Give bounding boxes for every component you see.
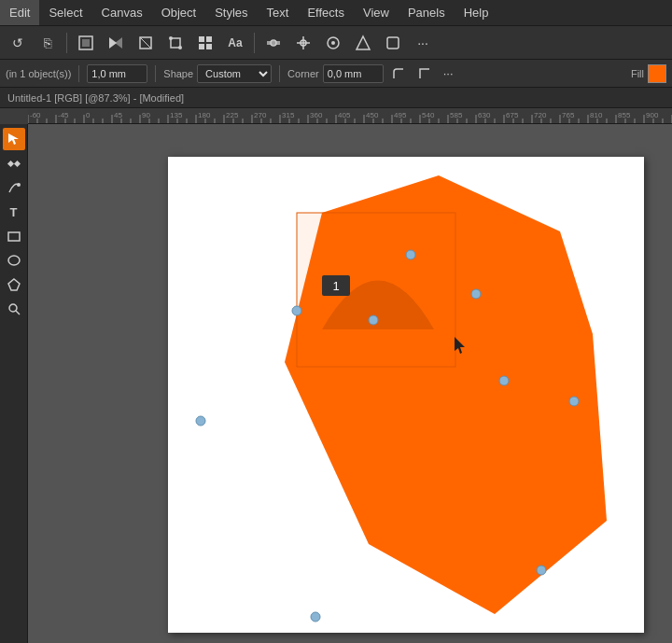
svg-text:0: 0 (86, 111, 91, 119)
svg-line-366 (16, 311, 20, 315)
tooltip-text: 1 (332, 279, 339, 293)
shape-select[interactable]: Custom Rectangle Ellipse Polygon (197, 64, 272, 83)
separator (66, 33, 67, 53)
svg-text:900: 900 (646, 111, 659, 119)
menu-styles[interactable]: Styles (205, 0, 257, 25)
svg-text:765: 765 (562, 111, 575, 119)
menu-view[interactable]: View (354, 0, 399, 25)
menu-bar: Edit Select Canvas Object Styles Text Ef… (0, 0, 672, 26)
svg-text:720: 720 (534, 111, 547, 119)
more-options-button[interactable]: ··· (440, 63, 457, 84)
snap4-button[interactable] (349, 30, 377, 56)
svg-point-19 (331, 41, 335, 45)
svg-text:135: 135 (170, 111, 183, 119)
svg-text:90: 90 (142, 111, 150, 119)
menu-text[interactable]: Text (258, 0, 299, 25)
title-bar: Untitled-1 [RGB] [@87.3%] - [Modified] (0, 88, 672, 108)
snap3-button[interactable] (319, 30, 347, 56)
menu-canvas[interactable]: Canvas (92, 0, 152, 25)
node-9[interactable] (196, 416, 205, 426)
menu-edit[interactable]: Edit (0, 0, 39, 25)
menu-help[interactable]: Help (455, 0, 498, 25)
svg-point-365 (9, 304, 17, 312)
zoom-tool[interactable] (3, 298, 25, 320)
svg-rect-12 (206, 44, 212, 49)
svg-text:675: 675 (506, 111, 519, 119)
menu-select[interactable]: Select (39, 0, 91, 25)
svg-marker-3 (115, 37, 122, 49)
svg-point-361 (17, 183, 21, 187)
node-2[interactable] (406, 250, 415, 259)
node-8[interactable] (311, 612, 320, 622)
rect-tool[interactable] (3, 225, 25, 247)
svg-rect-359 (7, 161, 13, 167)
svg-marker-20 (357, 36, 370, 49)
menu-panels[interactable]: Panels (399, 0, 455, 25)
toolbox: T (0, 124, 28, 643)
snap1-button[interactable] (259, 30, 287, 56)
svg-text:-45: -45 (58, 111, 69, 119)
svg-text:360: 360 (310, 111, 323, 119)
text-format-button[interactable]: Aa (221, 30, 249, 56)
mirror-button[interactable] (102, 30, 130, 56)
menu-effects[interactable]: Effects (298, 0, 354, 25)
horizontal-ruler: // Will be drawn via JS below -60-450459… (28, 109, 672, 124)
snap5-button[interactable] (379, 30, 407, 56)
copy-button[interactable]: ⎘ (34, 30, 62, 56)
node-3[interactable] (369, 315, 378, 325)
grid-button[interactable] (191, 30, 219, 56)
main-shape[interactable]: 1 (168, 157, 644, 633)
ellipse-tool[interactable] (3, 249, 25, 272)
document-title: Untitled-1 [RGB] [@87.3%] - [Modified] (7, 92, 184, 104)
rotate-button[interactable] (132, 30, 160, 56)
svg-text:180: 180 (198, 111, 211, 119)
polygon-tool[interactable] (3, 273, 25, 296)
select-tool[interactable] (3, 128, 25, 150)
svg-rect-6 (171, 38, 180, 48)
sep3 (279, 65, 280, 82)
svg-rect-362 (8, 232, 20, 241)
node-4[interactable] (471, 289, 481, 299)
corner-round-button[interactable] (387, 63, 410, 84)
corner-sharp-button[interactable] (413, 63, 436, 84)
svg-text:855: 855 (618, 111, 631, 119)
svg-rect-360 (13, 161, 20, 167)
scale-button[interactable] (161, 30, 189, 56)
pen-tool[interactable] (3, 176, 25, 199)
svg-text:225: 225 (226, 111, 239, 119)
corner-label: Corner (287, 68, 319, 79)
shape-label: Shape (163, 68, 193, 79)
text-tool[interactable]: T (3, 201, 25, 223)
svg-rect-9 (199, 36, 204, 42)
menu-object[interactable]: Object (152, 0, 206, 25)
svg-text:630: 630 (478, 111, 491, 119)
objects-count-label: (in 1 object(s)) (6, 68, 71, 79)
svg-text:-60: -60 (30, 111, 41, 119)
corner-value-input[interactable] (323, 64, 384, 83)
svg-marker-358 (8, 133, 19, 145)
svg-rect-10 (206, 36, 212, 42)
node-6[interactable] (569, 397, 579, 406)
fill-color-box[interactable] (648, 64, 666, 83)
node-1[interactable] (292, 306, 301, 315)
undo-button[interactable]: ↺ (4, 30, 32, 56)
svg-line-5 (140, 37, 151, 49)
separator2 (254, 33, 255, 53)
canvas-area: 1 (28, 124, 672, 643)
node-7[interactable] (537, 566, 546, 575)
fill-label: Fill (631, 68, 644, 79)
svg-text:810: 810 (590, 111, 603, 119)
toolbar-secondary: (in 1 object(s)) Shape Custom Rectangle … (0, 60, 672, 88)
document-canvas[interactable]: 1 (168, 157, 644, 633)
transform-button[interactable] (72, 30, 100, 56)
svg-rect-13 (267, 41, 280, 45)
node-5[interactable] (499, 376, 509, 385)
node-tool[interactable] (3, 152, 25, 175)
snap2-button[interactable] (289, 30, 317, 56)
svg-point-7 (169, 36, 173, 40)
svg-text:405: 405 (338, 111, 351, 119)
more-button[interactable]: ··· (409, 30, 437, 56)
svg-marker-364 (8, 279, 20, 290)
stroke-width-input[interactable] (87, 64, 147, 83)
svg-text:45: 45 (114, 111, 122, 119)
